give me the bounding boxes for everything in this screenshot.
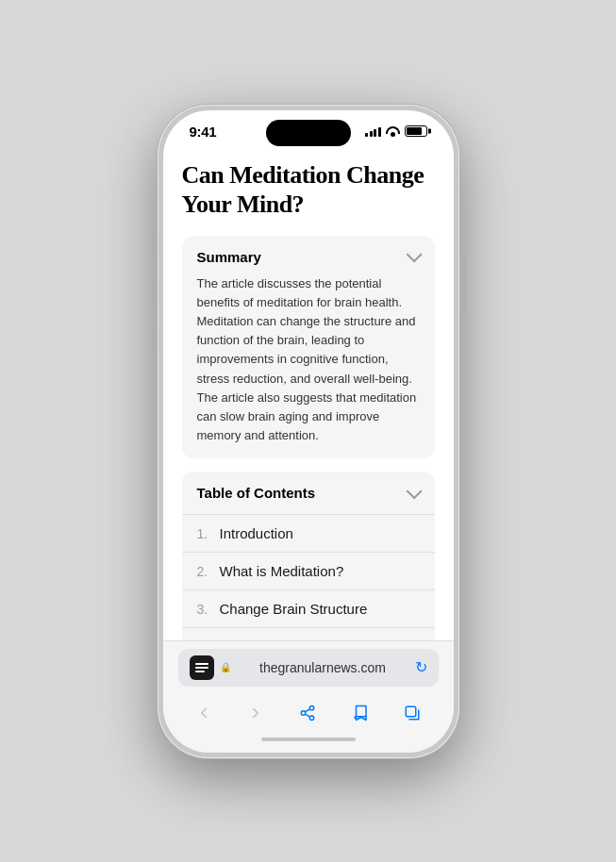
bookmarks-icon — [352, 705, 369, 721]
list-item[interactable]: 4. Strengthen Brain Networks — [182, 627, 435, 639]
toc-label-3: Change Brain Structure — [220, 601, 368, 617]
phone-frame: 9:41 Can Meditation Change Your Mind? Su… — [158, 105, 459, 758]
navigation-bar — [178, 694, 439, 732]
wifi-icon — [386, 126, 400, 137]
url-bar[interactable]: 🔒 thegranularnews.com ↻ — [178, 649, 439, 687]
summary-header[interactable]: Summary — [197, 249, 420, 265]
battery-fill — [407, 127, 422, 135]
status-time: 9:41 — [190, 124, 217, 140]
reader-mode-icon[interactable] — [190, 655, 214, 680]
toc-number-3: 3. — [197, 602, 220, 617]
battery-icon — [405, 125, 427, 137]
back-icon — [195, 705, 212, 721]
toc-title: Table of Contents — [197, 485, 316, 501]
toc-number-2: 2. — [197, 564, 220, 579]
phone-screen: 9:41 Can Meditation Change Your Mind? Su… — [163, 110, 454, 753]
lock-icon: 🔒 — [220, 662, 231, 672]
forward-icon — [247, 705, 264, 721]
toc-label-2: What is Meditation? — [220, 563, 344, 579]
status-icons — [365, 125, 427, 137]
summary-text: The article discusses the potential bene… — [197, 274, 420, 445]
toc-header[interactable]: Table of Contents — [182, 472, 435, 514]
toc-list: 1. Introduction 2. What is Meditation? 3… — [182, 514, 435, 639]
toc-number-1: 1. — [197, 526, 220, 541]
reader-lines — [195, 663, 208, 672]
summary-card: Summary The article discusses the potent… — [182, 236, 435, 458]
summary-chevron-icon[interactable] — [405, 249, 420, 264]
list-item[interactable]: 2. What is Meditation? — [182, 552, 435, 589]
toc-label-1: Introduction — [220, 525, 293, 541]
signal-icon — [365, 126, 381, 137]
back-button[interactable] — [189, 698, 219, 728]
share-icon — [299, 705, 316, 721]
list-item[interactable]: 1. Introduction — [182, 514, 435, 552]
url-display[interactable]: thegranularnews.com — [237, 660, 409, 675]
refresh-icon[interactable]: ↻ — [415, 658, 427, 676]
toc-card: Table of Contents 1. Introduction 2. Wha… — [182, 472, 435, 639]
tabs-button[interactable] — [397, 698, 427, 728]
tabs-icon — [404, 705, 421, 721]
forward-button[interactable] — [241, 698, 271, 728]
toc-chevron-icon[interactable] — [405, 486, 420, 501]
list-item[interactable]: 3. Change Brain Structure — [182, 589, 435, 627]
content-area[interactable]: Can Meditation Change Your Mind? Summary… — [163, 145, 454, 640]
dynamic-island — [266, 120, 351, 146]
bookmarks-button[interactable] — [345, 698, 375, 728]
summary-title: Summary — [197, 249, 261, 265]
browser-bar: 🔒 thegranularnews.com ↻ — [163, 640, 454, 753]
home-indicator — [261, 738, 356, 741]
share-button[interactable] — [292, 698, 323, 728]
svg-rect-0 — [406, 706, 416, 717]
article-title: Can Meditation Change Your Mind? — [182, 160, 435, 219]
